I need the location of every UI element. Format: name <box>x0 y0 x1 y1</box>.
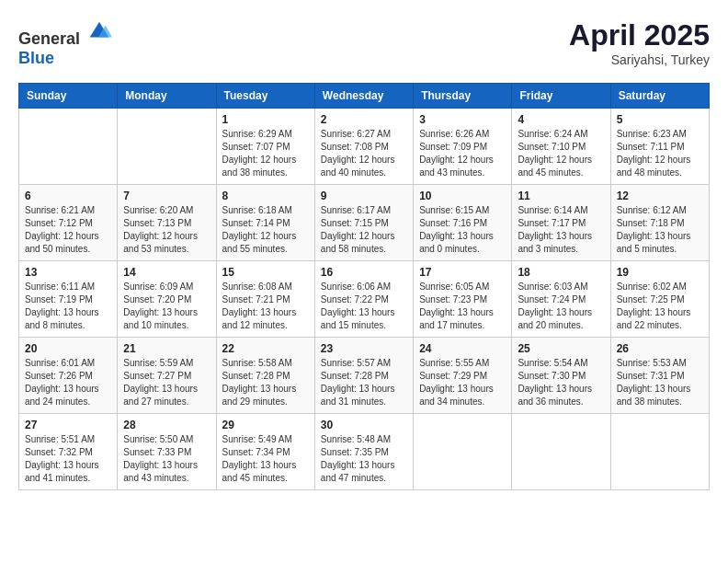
calendar-day-cell <box>512 414 610 490</box>
day-number: 5 <box>617 113 703 126</box>
day-of-week-header: Friday <box>512 84 610 109</box>
calendar-header-row: SundayMondayTuesdayWednesdayThursdayFrid… <box>19 84 710 109</box>
calendar-day-cell: 7Sunrise: 6:20 AMSunset: 7:13 PMDaylight… <box>118 185 216 261</box>
day-detail: Sunrise: 6:24 AMSunset: 7:10 PMDaylight:… <box>518 128 604 179</box>
day-number: 19 <box>617 266 703 279</box>
day-detail: Sunrise: 5:51 AMSunset: 7:32 PMDaylight:… <box>25 433 111 485</box>
calendar-week-row: 6Sunrise: 6:21 AMSunset: 7:12 PMDaylight… <box>19 185 710 261</box>
logo-general: General <box>18 29 80 48</box>
calendar-day-cell: 27Sunrise: 5:51 AMSunset: 7:32 PMDayligh… <box>19 414 118 490</box>
day-detail: Sunrise: 6:09 AMSunset: 7:20 PMDaylight:… <box>123 281 210 332</box>
calendar-day-cell: 13Sunrise: 6:11 AMSunset: 7:19 PMDayligh… <box>19 261 118 338</box>
calendar-day-cell: 17Sunrise: 6:05 AMSunset: 7:23 PMDayligh… <box>414 261 512 338</box>
day-detail: Sunrise: 6:03 AMSunset: 7:24 PMDaylight:… <box>518 281 604 332</box>
day-detail: Sunrise: 5:50 AMSunset: 7:33 PMDaylight:… <box>123 433 210 485</box>
day-number: 25 <box>518 342 604 355</box>
calendar-day-cell: 5Sunrise: 6:23 AMSunset: 7:11 PMDaylight… <box>610 109 709 185</box>
day-detail: Sunrise: 6:12 AMSunset: 7:18 PMDaylight:… <box>617 204 703 256</box>
calendar-day-cell: 3Sunrise: 6:26 AMSunset: 7:09 PMDaylight… <box>414 109 512 185</box>
day-of-week-header: Saturday <box>610 84 709 109</box>
calendar-day-cell: 14Sunrise: 6:09 AMSunset: 7:20 PMDayligh… <box>118 261 216 338</box>
day-detail: Sunrise: 6:17 AMSunset: 7:15 PMDaylight:… <box>321 204 407 256</box>
day-number: 14 <box>123 266 210 279</box>
logo-blue: Blue <box>18 49 54 67</box>
calendar-day-cell: 15Sunrise: 6:08 AMSunset: 7:21 PMDayligh… <box>216 261 314 338</box>
calendar-day-cell: 21Sunrise: 5:59 AMSunset: 7:27 PMDayligh… <box>118 338 216 414</box>
calendar-day-cell: 18Sunrise: 6:03 AMSunset: 7:24 PMDayligh… <box>512 261 610 338</box>
calendar-day-cell: 25Sunrise: 5:54 AMSunset: 7:30 PMDayligh… <box>512 338 610 414</box>
calendar-week-row: 1Sunrise: 6:29 AMSunset: 7:07 PMDaylight… <box>19 109 710 185</box>
day-number: 8 <box>222 190 309 202</box>
day-detail: Sunrise: 5:49 AMSunset: 7:34 PMDaylight:… <box>222 433 309 485</box>
calendar-day-cell: 28Sunrise: 5:50 AMSunset: 7:33 PMDayligh… <box>118 414 216 490</box>
day-number: 23 <box>321 342 407 355</box>
day-of-week-header: Wednesday <box>314 84 413 109</box>
calendar-day-cell: 20Sunrise: 6:01 AMSunset: 7:26 PMDayligh… <box>19 338 118 414</box>
day-number: 28 <box>123 419 210 431</box>
day-of-week-header: Thursday <box>414 84 512 109</box>
calendar-day-cell: 11Sunrise: 6:14 AMSunset: 7:17 PMDayligh… <box>512 185 610 261</box>
day-number: 4 <box>518 113 604 126</box>
day-number: 10 <box>419 190 506 202</box>
day-detail: Sunrise: 5:57 AMSunset: 7:28 PMDaylight:… <box>321 357 407 408</box>
day-number: 1 <box>222 113 309 126</box>
day-detail: Sunrise: 5:55 AMSunset: 7:29 PMDaylight:… <box>419 357 506 408</box>
day-of-week-header: Tuesday <box>216 84 314 109</box>
calendar-day-cell: 29Sunrise: 5:49 AMSunset: 7:34 PMDayligh… <box>216 414 314 490</box>
day-number: 24 <box>419 342 506 355</box>
day-number: 12 <box>617 190 703 202</box>
calendar-week-row: 13Sunrise: 6:11 AMSunset: 7:19 PMDayligh… <box>19 261 710 338</box>
day-detail: Sunrise: 6:23 AMSunset: 7:11 PMDaylight:… <box>617 128 703 179</box>
calendar-day-cell: 6Sunrise: 6:21 AMSunset: 7:12 PMDaylight… <box>19 185 118 261</box>
calendar-day-cell <box>610 414 709 490</box>
day-number: 3 <box>419 113 506 126</box>
day-detail: Sunrise: 6:05 AMSunset: 7:23 PMDaylight:… <box>419 281 506 332</box>
logo-text: General Blue <box>18 18 112 68</box>
calendar-body: 1Sunrise: 6:29 AMSunset: 7:07 PMDaylight… <box>19 109 710 490</box>
day-detail: Sunrise: 6:11 AMSunset: 7:19 PMDaylight:… <box>25 281 111 332</box>
calendar-table: SundayMondayTuesdayWednesdayThursdayFrid… <box>18 83 710 490</box>
day-number: 11 <box>518 190 604 202</box>
day-number: 30 <box>321 419 407 431</box>
location-subtitle: Sariyahsi, Turkey <box>569 52 710 67</box>
day-detail: Sunrise: 5:53 AMSunset: 7:31 PMDaylight:… <box>617 357 703 408</box>
calendar-day-cell <box>118 109 216 185</box>
day-detail: Sunrise: 6:27 AMSunset: 7:08 PMDaylight:… <box>321 128 407 179</box>
calendar-week-row: 27Sunrise: 5:51 AMSunset: 7:32 PMDayligh… <box>19 414 710 490</box>
calendar-day-cell: 1Sunrise: 6:29 AMSunset: 7:07 PMDaylight… <box>216 109 314 185</box>
day-detail: Sunrise: 5:59 AMSunset: 7:27 PMDaylight:… <box>123 357 210 408</box>
day-number: 21 <box>123 342 210 355</box>
day-detail: Sunrise: 6:06 AMSunset: 7:22 PMDaylight:… <box>321 281 407 332</box>
day-of-week-header: Sunday <box>19 84 118 109</box>
day-detail: Sunrise: 6:21 AMSunset: 7:12 PMDaylight:… <box>25 204 111 256</box>
day-number: 2 <box>321 113 407 126</box>
day-number: 29 <box>222 419 309 431</box>
day-detail: Sunrise: 6:29 AMSunset: 7:07 PMDaylight:… <box>222 128 309 179</box>
day-number: 26 <box>617 342 703 355</box>
day-detail: Sunrise: 6:15 AMSunset: 7:16 PMDaylight:… <box>419 204 506 256</box>
calendar-day-cell: 26Sunrise: 5:53 AMSunset: 7:31 PMDayligh… <box>610 338 709 414</box>
day-detail: Sunrise: 6:20 AMSunset: 7:13 PMDaylight:… <box>123 204 210 256</box>
day-number: 15 <box>222 266 309 279</box>
day-number: 7 <box>123 190 210 202</box>
calendar-day-cell <box>414 414 512 490</box>
day-number: 27 <box>25 419 111 431</box>
calendar-day-cell: 4Sunrise: 6:24 AMSunset: 7:10 PMDaylight… <box>512 109 610 185</box>
calendar-day-cell: 30Sunrise: 5:48 AMSunset: 7:35 PMDayligh… <box>314 414 413 490</box>
day-detail: Sunrise: 6:01 AMSunset: 7:26 PMDaylight:… <box>25 357 111 408</box>
day-number: 6 <box>25 190 111 202</box>
logo: General Blue <box>18 18 112 68</box>
page-header: General Blue April 2025 Sariyahsi, Turke… <box>18 18 710 68</box>
day-detail: Sunrise: 5:54 AMSunset: 7:30 PMDaylight:… <box>518 357 604 408</box>
calendar-day-cell: 24Sunrise: 5:55 AMSunset: 7:29 PMDayligh… <box>414 338 512 414</box>
day-detail: Sunrise: 6:02 AMSunset: 7:25 PMDaylight:… <box>617 281 703 332</box>
day-detail: Sunrise: 5:48 AMSunset: 7:35 PMDaylight:… <box>321 433 407 485</box>
logo-icon <box>86 18 112 44</box>
calendar-day-cell: 10Sunrise: 6:15 AMSunset: 7:16 PMDayligh… <box>414 185 512 261</box>
day-detail: Sunrise: 6:18 AMSunset: 7:14 PMDaylight:… <box>222 204 309 256</box>
calendar-day-cell: 12Sunrise: 6:12 AMSunset: 7:18 PMDayligh… <box>610 185 709 261</box>
day-of-week-header: Monday <box>118 84 216 109</box>
day-number: 17 <box>419 266 506 279</box>
day-number: 9 <box>321 190 407 202</box>
calendar-day-cell: 16Sunrise: 6:06 AMSunset: 7:22 PMDayligh… <box>314 261 413 338</box>
